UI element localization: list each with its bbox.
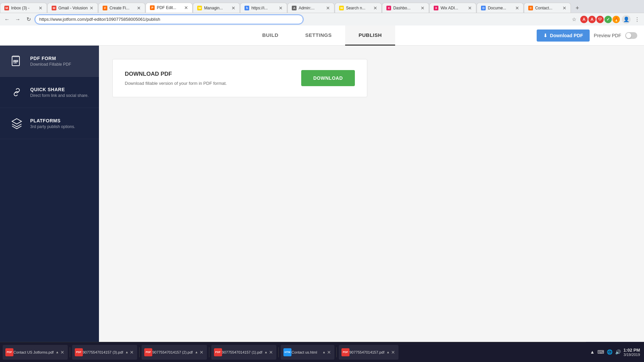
download-button[interactable]: DOWNLOAD: [301, 70, 355, 86]
tab-close-icon[interactable]: ✕: [184, 5, 188, 10]
taskbar-file-close-icon[interactable]: ✕: [391, 350, 395, 355]
taskbar-file-close-icon[interactable]: ✕: [130, 350, 134, 355]
tab-close-icon[interactable]: ✕: [231, 5, 235, 11]
browser-tab-tab-gmail2[interactable]: M Gmail - Volusion ✕: [47, 3, 98, 13]
tab-close-icon[interactable]: ✕: [137, 5, 141, 11]
taskbar-chevron-icon[interactable]: ▲: [264, 350, 268, 354]
browser-tab-tab-pdfeditor[interactable]: P PDF Edit... ✕: [146, 3, 193, 13]
browser-tab-tab-search[interactable]: W Search n... ✕: [335, 3, 382, 13]
ext-icon-red[interactable]: A: [580, 16, 588, 23]
taskbar-file-close-icon[interactable]: ✕: [200, 350, 204, 355]
sidebar-item-quick-share[interactable]: QUICK SHARE Direct form link and social …: [0, 77, 99, 108]
sidebar-item-platforms[interactable]: PLATFORMS 3rd party publish options.: [0, 108, 99, 139]
taskbar-chevron-icon[interactable]: ▲: [56, 350, 59, 354]
back-button[interactable]: ←: [3, 15, 11, 24]
forward-button[interactable]: →: [13, 15, 22, 24]
tab-close-icon[interactable]: ✕: [515, 5, 519, 11]
taskbar-chevron-icon[interactable]: ▲: [125, 350, 128, 354]
taskbar-file-close-icon[interactable]: ✕: [60, 350, 64, 355]
tab-close-icon[interactable]: ✕: [279, 5, 283, 11]
sidebar-icon-quick-share: [9, 85, 24, 100]
tab-title: Managin...: [204, 6, 229, 10]
taskbar-file-name: 90775547014157 (2).pdf: [152, 350, 193, 354]
tab-favicon: X: [386, 6, 391, 10]
browser-tab-tab-gmail[interactable]: M Inbox (3) - ✕: [0, 3, 47, 13]
bookmark-icon[interactable]: ☆: [570, 15, 578, 24]
tray-network-icon[interactable]: 🌐: [607, 349, 612, 355]
sidebar-item-desc-platforms: 3rd party publish options.: [30, 124, 75, 129]
tab-close-icon[interactable]: ✕: [39, 5, 43, 11]
reload-button[interactable]: ↻: [24, 15, 33, 24]
tab-close-icon[interactable]: ✕: [373, 5, 377, 11]
tray-up-icon[interactable]: ▲: [590, 349, 595, 355]
tab-favicon: M: [4, 6, 9, 10]
sidebar-icon-pdf-form: PDF: [9, 54, 24, 68]
html-icon: HTM: [283, 348, 291, 356]
app-tab-build[interactable]: BUILD: [249, 25, 292, 46]
ext-icon-adblock[interactable]: A: [588, 16, 596, 23]
ext-icon-green[interactable]: ✓: [604, 16, 612, 23]
sidebar-item-desc-quick-share: Direct form link and social share.: [30, 93, 89, 98]
tab-close-icon[interactable]: ✕: [468, 5, 472, 11]
taskbar-separator: [70, 347, 70, 357]
new-tab-button[interactable]: +: [573, 3, 582, 13]
sidebar-text-quick-share: QUICK SHARE Direct form link and social …: [30, 87, 89, 98]
tab-close-icon[interactable]: ✕: [326, 5, 330, 11]
download-pdf-header-button[interactable]: ⬇ Download PDF: [537, 29, 590, 42]
tray-keyboard-icon[interactable]: ⌨: [597, 349, 604, 355]
main-layout: PDF PDF FORM Download Fillable PDF QUICK…: [0, 46, 644, 342]
menu-icon[interactable]: ⋮: [633, 15, 641, 24]
pdf-icon: PDF: [5, 348, 13, 356]
tab-close-icon[interactable]: ✕: [562, 5, 567, 11]
sidebar-item-pdf-form[interactable]: PDF PDF FORM Download Fillable PDF: [0, 46, 99, 77]
browser-chrome: M Inbox (3) - ✕ M Gmail - Volusion ✕ F C…: [0, 0, 644, 25]
tab-title: Dashbo...: [393, 6, 419, 10]
taskbar-file-file3[interactable]: PDF 90775547014157 (2).pdf ▲ ✕: [142, 345, 207, 360]
ext-icon-orange[interactable]: 🔥: [612, 16, 620, 23]
tab-title: Admin:...: [299, 6, 324, 10]
tab-favicon: D: [481, 6, 486, 10]
download-card-title: DOWNLOAD PDF: [125, 71, 227, 77]
browser-tab-tab-admin[interactable]: A Admin:... ✕: [287, 3, 334, 13]
tab-title: Docume...: [488, 6, 513, 10]
browser-tab-tab-managing[interactable]: W Managin... ✕: [193, 3, 240, 13]
pdf-icon: PDF: [341, 348, 350, 356]
browser-tab-tab-create[interactable]: F Create Fi... ✕: [98, 3, 145, 13]
tray-time[interactable]: 1:02 PM 3/19/2019: [624, 348, 640, 357]
ext-icon-shield[interactable]: 🛡: [596, 16, 604, 23]
browser-tab-tab-dashboard[interactable]: X Dashbo... ✕: [382, 3, 429, 13]
tab-favicon: P: [150, 5, 155, 10]
tray-time-value: 1:02 PM: [624, 348, 640, 353]
app-tab-settings[interactable]: SETTINGS: [292, 25, 345, 46]
sidebar-item-desc-pdf-form: Download Fillable PDF: [30, 62, 71, 67]
pdf-icon: PDF: [75, 348, 83, 356]
browser-tab-tab-wixadi[interactable]: X Wix ADI... ✕: [429, 3, 476, 13]
taskbar-file-close-icon[interactable]: ✕: [327, 350, 331, 355]
taskbar: PDF Contact US Jotforms.pdf ▲ ✕ PDF 9077…: [0, 342, 644, 362]
download-card-description: Download fillable version of your form i…: [125, 81, 227, 86]
taskbar-chevron-icon[interactable]: ▲: [195, 350, 198, 354]
taskbar-file-file1[interactable]: PDF Contact US Jotforms.pdf ▲ ✕: [3, 345, 68, 360]
profile-icon[interactable]: 👤: [622, 15, 631, 24]
taskbar-file-file5[interactable]: HTM Contact us.html ▲ ✕: [281, 345, 334, 360]
tab-title: PDF Edit...: [157, 5, 182, 10]
taskbar-chevron-icon[interactable]: ▲: [322, 350, 326, 354]
browser-tab-tab-contact[interactable]: C Contact... ✕: [524, 3, 571, 13]
address-bar[interactable]: [35, 15, 303, 24]
taskbar-file-file2[interactable]: PDF 90775547014157 (3).pdf ▲ ✕: [72, 345, 137, 360]
browser-tab-tab-document[interactable]: D Docume... ✕: [477, 3, 524, 13]
browser-tab-tab-https[interactable]: h https://i... ✕: [240, 3, 287, 13]
app-tab-publish[interactable]: PUBLISH: [345, 25, 395, 46]
taskbar-file-file4[interactable]: PDF 90775547014157 (1).pdf ▲ ✕: [211, 345, 276, 360]
taskbar-chevron-icon[interactable]: ▲: [386, 350, 390, 354]
tab-close-icon[interactable]: ✕: [421, 5, 425, 11]
tab-title: Create Fi...: [109, 6, 135, 10]
browser-controls: ← → ↻ ☆ A A 🛡 ✓ 🔥 👤 ⋮: [0, 13, 644, 25]
tab-close-icon[interactable]: ✕: [90, 5, 94, 11]
taskbar-file-close-icon[interactable]: ✕: [269, 350, 273, 355]
sidebar-text-pdf-form: PDF FORM Download Fillable PDF: [30, 56, 71, 67]
preview-pdf-toggle[interactable]: [625, 32, 637, 39]
tab-favicon: M: [52, 6, 56, 10]
taskbar-file-file6[interactable]: PDF 90775547014157.pdf ▲ ✕: [339, 345, 398, 360]
tray-speaker-icon[interactable]: 🔊: [615, 349, 621, 355]
